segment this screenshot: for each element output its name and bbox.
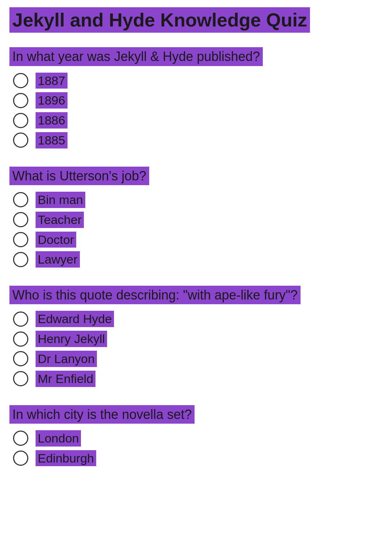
radio-circle-2-4[interactable] xyxy=(13,252,28,267)
options-list-1: 1887189618861885 xyxy=(13,73,383,148)
option-item-2-2[interactable]: Teacher xyxy=(13,212,383,228)
question-text-3: Who is this quote describing: "with ape-… xyxy=(9,286,301,304)
question-block-3: Who is this quote describing: "with ape-… xyxy=(9,286,383,387)
radio-circle-2-2[interactable] xyxy=(13,212,28,227)
option-label-2-4: Lawyer xyxy=(36,251,80,268)
radio-circle-3-4[interactable] xyxy=(13,371,28,386)
option-label-1-4: 1885 xyxy=(36,132,68,148)
options-list-2: Bin manTeacherDoctorLawyer xyxy=(13,192,383,268)
question-text-4: In which city is the novella set? xyxy=(9,405,195,424)
radio-circle-1-1[interactable] xyxy=(13,73,28,88)
question-block-1: In what year was Jekyll & Hyde published… xyxy=(9,47,383,148)
option-item-1-2[interactable]: 1896 xyxy=(13,92,383,109)
radio-circle-3-1[interactable] xyxy=(13,311,28,327)
option-item-2-4[interactable]: Lawyer xyxy=(13,251,383,268)
questions-container: In what year was Jekyll & Hyde published… xyxy=(9,47,383,466)
quiz-title: Jekyll and Hyde Knowledge Quiz xyxy=(9,7,310,33)
radio-circle-3-3[interactable] xyxy=(13,351,28,366)
option-item-4-1[interactable]: London xyxy=(13,430,383,447)
options-list-4: LondonEdinburgh xyxy=(13,430,383,467)
option-label-2-3: Doctor xyxy=(36,232,76,248)
option-item-2-1[interactable]: Bin man xyxy=(13,192,383,208)
option-item-3-4[interactable]: Mr Enfield xyxy=(13,371,383,387)
option-label-3-3: Dr Lanyon xyxy=(36,351,97,367)
option-label-1-2: 1896 xyxy=(36,92,68,109)
question-text-1: In what year was Jekyll & Hyde published… xyxy=(9,47,263,66)
option-label-2-2: Teacher xyxy=(36,212,84,228)
radio-circle-3-2[interactable] xyxy=(13,331,28,347)
radio-circle-1-2[interactable] xyxy=(13,93,28,108)
question-block-4: In which city is the novella set?LondonE… xyxy=(9,405,383,467)
radio-circle-1-4[interactable] xyxy=(13,133,28,148)
option-label-2-1: Bin man xyxy=(36,192,85,208)
option-label-4-2: Edinburgh xyxy=(36,450,96,467)
option-item-4-2[interactable]: Edinburgh xyxy=(13,450,383,467)
option-label-3-4: Mr Enfield xyxy=(36,371,95,387)
option-label-3-2: Henry Jekyll xyxy=(36,331,107,347)
radio-circle-4-1[interactable] xyxy=(13,431,28,446)
option-label-1-1: 1887 xyxy=(36,73,68,89)
radio-circle-4-2[interactable] xyxy=(13,451,28,466)
option-label-3-1: Edward Hyde xyxy=(36,311,114,327)
question-text-2: What is Utterson's job? xyxy=(9,167,149,185)
option-item-1-1[interactable]: 1887 xyxy=(13,73,383,89)
option-item-1-3[interactable]: 1886 xyxy=(13,112,383,129)
radio-circle-2-1[interactable] xyxy=(13,192,28,207)
option-item-3-2[interactable]: Henry Jekyll xyxy=(13,331,383,347)
option-item-2-3[interactable]: Doctor xyxy=(13,232,383,248)
radio-circle-2-3[interactable] xyxy=(13,232,28,247)
option-label-1-3: 1886 xyxy=(36,112,68,129)
options-list-3: Edward HydeHenry JekyllDr LanyonMr Enfie… xyxy=(13,311,383,387)
option-item-1-4[interactable]: 1885 xyxy=(13,132,383,148)
option-item-3-1[interactable]: Edward Hyde xyxy=(13,311,383,327)
question-block-2: What is Utterson's job?Bin manTeacherDoc… xyxy=(9,167,383,268)
option-label-4-1: London xyxy=(36,430,81,447)
radio-circle-1-3[interactable] xyxy=(13,113,28,128)
option-item-3-3[interactable]: Dr Lanyon xyxy=(13,351,383,367)
